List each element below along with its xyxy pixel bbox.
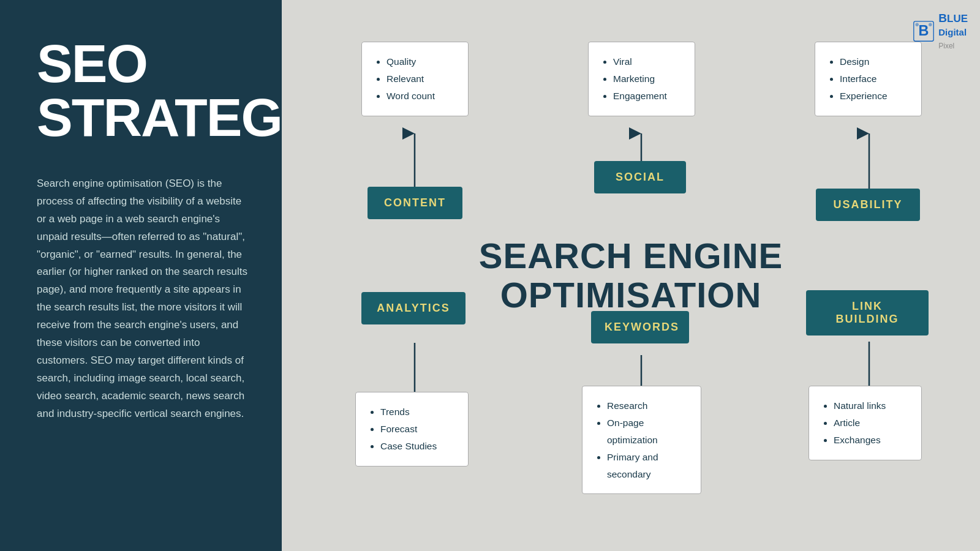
usability-bullet-box: Design Interface Experience xyxy=(815,42,922,116)
keywords-bullet-1: Research xyxy=(607,397,687,414)
usability-bullet-list: Design Interface Experience xyxy=(829,53,908,105)
analytics-bullet-1: Trends xyxy=(380,403,454,421)
sidebar-title: SEOSTRATEGY xyxy=(37,37,251,144)
svg-text:B: B xyxy=(919,23,929,39)
content-label: CONTENT xyxy=(368,187,462,219)
usability-bullet-1: Design xyxy=(840,53,908,70)
usability-bullet-3: Experience xyxy=(840,88,908,105)
social-bullet-2: Marketing xyxy=(613,70,681,88)
svg-point-2 xyxy=(916,23,919,26)
analytics-bullet-box: Trends Forecast Case Studies xyxy=(355,392,469,467)
social-bullet-3: Engagement xyxy=(613,88,681,105)
main-area: B BLUE Digital Pixel SEARCH ENGINEOPTIMI… xyxy=(282,0,980,551)
linkbuilding-bullet-box: Natural links Article Exchanges xyxy=(809,386,922,460)
linkbuilding-bullet-2: Article xyxy=(834,414,908,432)
keywords-bullet-2: On-page optimization xyxy=(607,414,687,449)
content-bullet-box: Quality Relevant Word count xyxy=(361,42,469,116)
svg-point-3 xyxy=(929,23,932,26)
usability-label: USABILITY xyxy=(816,189,920,221)
linkbuilding-label: LINK BUILDING xyxy=(806,290,929,335)
linkbuilding-bullet-list: Natural links Article Exchanges xyxy=(823,397,908,449)
linkbuilding-bullet-3: Exchanges xyxy=(834,432,908,449)
keywords-label: KEYWORDS xyxy=(591,311,689,343)
sidebar-description: Search engine optimisation (SEO) is the … xyxy=(37,175,251,422)
keywords-bullet-list: Research On-page optimization Primary an… xyxy=(596,397,687,482)
analytics-bullet-2: Forecast xyxy=(380,421,454,438)
content-bullet-list: Quality Relevant Word count xyxy=(375,53,454,105)
logo-icon: B xyxy=(913,20,935,42)
social-bullet-list: Viral Marketing Engagement xyxy=(602,53,681,105)
content-bullet-1: Quality xyxy=(386,53,454,70)
social-bullet-1: Viral xyxy=(613,53,681,70)
keywords-bullet-3: Primary and secondary xyxy=(607,449,687,483)
content-bullet-3: Word count xyxy=(386,88,454,105)
analytics-bullet-list: Trends Forecast Case Studies xyxy=(369,403,454,455)
analytics-bullet-3: Case Studies xyxy=(380,438,454,455)
social-bullet-box: Viral Marketing Engagement xyxy=(588,42,695,116)
social-label: SOCIAL xyxy=(594,161,686,193)
logo-text: BLUE Digital Pixel xyxy=(938,11,968,51)
usability-bullet-2: Interface xyxy=(840,70,908,88)
content-bullet-2: Relevant xyxy=(386,70,454,88)
sidebar: SEOSTRATEGY Search engine optimisation (… xyxy=(0,0,282,551)
analytics-label: ANALYTICS xyxy=(361,292,466,324)
keywords-bullet-box: Research On-page optimization Primary an… xyxy=(582,386,701,494)
linkbuilding-bullet-1: Natural links xyxy=(834,397,908,414)
center-title: SEARCH ENGINEOPTIMISATION xyxy=(479,236,783,315)
